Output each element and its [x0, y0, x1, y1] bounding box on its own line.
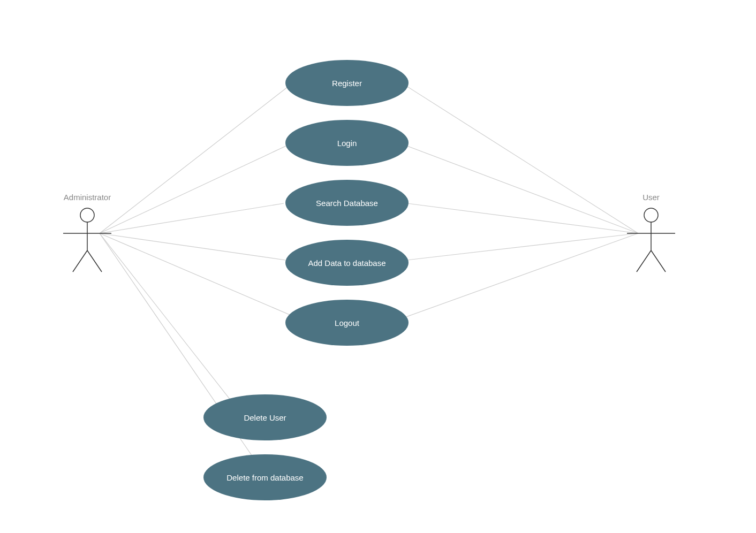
connector-user-login [403, 144, 638, 233]
usecase-search-database: Search Database [285, 180, 409, 226]
svg-line-10 [73, 250, 87, 272]
usecase-logout-label: Logout [335, 318, 360, 328]
svg-line-11 [87, 250, 102, 272]
actor-user-icon [627, 208, 675, 272]
connector-user-register [402, 83, 638, 233]
connector-admin-add-data [100, 233, 285, 260]
connector-user-add-data [407, 233, 638, 260]
usecase-add-data: Add Data to database [285, 240, 409, 286]
svg-line-15 [637, 250, 651, 272]
usecase-register: Register [285, 60, 409, 106]
svg-point-7 [80, 208, 94, 222]
connector-admin-delete-user [100, 233, 238, 410]
usecase-register-label: Register [332, 79, 362, 88]
usecase-search-database-label: Search Database [316, 199, 378, 208]
actor-administrator: Administrator [63, 193, 111, 272]
svg-line-16 [651, 250, 666, 272]
usecase-delete-from-db-label: Delete from database [226, 473, 303, 482]
connector-admin-search-db [100, 203, 284, 233]
connector-admin-register [100, 83, 293, 233]
usecase-delete-user-label: Delete User [244, 413, 286, 422]
svg-point-12 [644, 208, 658, 222]
connector-admin-logout [100, 233, 298, 318]
usecase-delete-user: Delete User [203, 394, 327, 440]
usecase-add-data-label: Add Data to database [308, 258, 385, 268]
actor-user-label: User [642, 193, 660, 202]
usecase-delete-from-db: Delete from database [203, 454, 327, 500]
usecase-login: Login [285, 120, 409, 166]
actor-user: User [627, 193, 675, 272]
usecase-login-label: Login [337, 139, 357, 148]
actor-administrator-label: Administrator [64, 193, 111, 202]
usecase-logout: Logout [285, 300, 409, 346]
connector-user-logout [397, 233, 638, 320]
connector-admin-login [100, 144, 289, 233]
connector-user-search-db [407, 203, 638, 233]
